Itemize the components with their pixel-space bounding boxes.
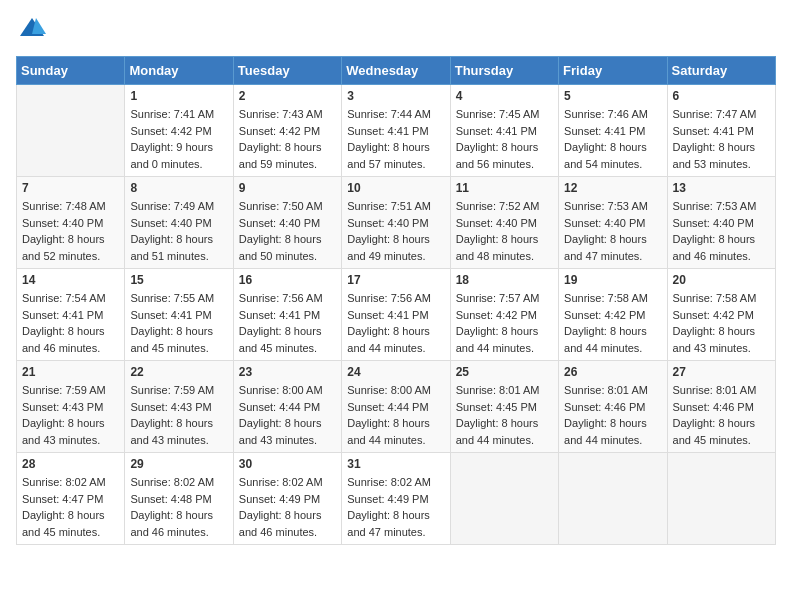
cell-line: Daylight: 8 hours [22,231,119,248]
cell-line: and 53 minutes. [673,156,770,173]
cell-line: Daylight: 8 hours [130,231,227,248]
day-number: 13 [673,181,770,195]
cell-line: and 46 minutes. [130,524,227,541]
cell-line: Sunset: 4:40 PM [130,215,227,232]
cell-line: Sunset: 4:40 PM [673,215,770,232]
day-number: 4 [456,89,553,103]
cell-line: Sunrise: 7:52 AM [456,198,553,215]
cell-line: and 52 minutes. [22,248,119,265]
cell-line: Sunrise: 8:00 AM [347,382,444,399]
svg-marker-1 [32,18,46,34]
cell-line: Sunset: 4:41 PM [347,123,444,140]
cell-line: Sunset: 4:40 PM [456,215,553,232]
calendar-cell: 2Sunrise: 7:43 AMSunset: 4:42 PMDaylight… [233,85,341,177]
weekday-header-row: SundayMondayTuesdayWednesdayThursdayFrid… [17,57,776,85]
calendar-cell [559,453,667,545]
cell-line: Daylight: 8 hours [456,139,553,156]
cell-line: and 45 minutes. [130,340,227,357]
cell-line: Sunset: 4:46 PM [564,399,661,416]
cell-line: and 44 minutes. [456,340,553,357]
cell-line: and 43 minutes. [673,340,770,357]
cell-line: Sunrise: 7:57 AM [456,290,553,307]
calendar-table: SundayMondayTuesdayWednesdayThursdayFrid… [16,56,776,545]
cell-line: and 59 minutes. [239,156,336,173]
cell-line: and 0 minutes. [130,156,227,173]
cell-line: Sunrise: 7:45 AM [456,106,553,123]
cell-line: Daylight: 8 hours [456,415,553,432]
cell-line: Sunrise: 7:41 AM [130,106,227,123]
calendar-cell: 28Sunrise: 8:02 AMSunset: 4:47 PMDayligh… [17,453,125,545]
cell-line: Sunset: 4:43 PM [130,399,227,416]
weekday-header-wednesday: Wednesday [342,57,450,85]
cell-line: Sunset: 4:41 PM [130,307,227,324]
cell-line: Daylight: 9 hours [130,139,227,156]
day-number: 7 [22,181,119,195]
calendar-cell: 26Sunrise: 8:01 AMSunset: 4:46 PMDayligh… [559,361,667,453]
day-number: 22 [130,365,227,379]
day-number: 28 [22,457,119,471]
cell-line: and 46 minutes. [239,524,336,541]
cell-line: Sunset: 4:42 PM [564,307,661,324]
cell-line: and 43 minutes. [130,432,227,449]
cell-line: Sunset: 4:41 PM [239,307,336,324]
cell-line: Sunset: 4:42 PM [130,123,227,140]
day-number: 21 [22,365,119,379]
calendar-cell: 15Sunrise: 7:55 AMSunset: 4:41 PMDayligh… [125,269,233,361]
calendar-week-2: 7Sunrise: 7:48 AMSunset: 4:40 PMDaylight… [17,177,776,269]
cell-line: Sunrise: 7:58 AM [673,290,770,307]
calendar-cell [17,85,125,177]
calendar-cell: 11Sunrise: 7:52 AMSunset: 4:40 PMDayligh… [450,177,558,269]
cell-line: Sunrise: 7:46 AM [564,106,661,123]
calendar-cell: 14Sunrise: 7:54 AMSunset: 4:41 PMDayligh… [17,269,125,361]
cell-line: Daylight: 8 hours [456,323,553,340]
cell-line: Daylight: 8 hours [673,231,770,248]
cell-line: and 57 minutes. [347,156,444,173]
cell-line: Daylight: 8 hours [239,139,336,156]
cell-line: and 45 minutes. [239,340,336,357]
cell-line: Daylight: 8 hours [130,323,227,340]
cell-line: Sunrise: 7:56 AM [347,290,444,307]
calendar-week-1: 1Sunrise: 7:41 AMSunset: 4:42 PMDaylight… [17,85,776,177]
day-number: 18 [456,273,553,287]
weekday-header-sunday: Sunday [17,57,125,85]
cell-line: Daylight: 8 hours [564,231,661,248]
calendar-body: 1Sunrise: 7:41 AMSunset: 4:42 PMDaylight… [17,85,776,545]
calendar-week-5: 28Sunrise: 8:02 AMSunset: 4:47 PMDayligh… [17,453,776,545]
cell-line: and 44 minutes. [347,432,444,449]
cell-line: Daylight: 8 hours [22,323,119,340]
cell-line: Sunrise: 7:43 AM [239,106,336,123]
calendar-cell: 5Sunrise: 7:46 AMSunset: 4:41 PMDaylight… [559,85,667,177]
cell-line: and 46 minutes. [22,340,119,357]
cell-line: and 49 minutes. [347,248,444,265]
calendar-cell: 18Sunrise: 7:57 AMSunset: 4:42 PMDayligh… [450,269,558,361]
cell-line: Sunset: 4:48 PM [130,491,227,508]
cell-line: Sunrise: 8:01 AM [564,382,661,399]
calendar-cell: 13Sunrise: 7:53 AMSunset: 4:40 PMDayligh… [667,177,775,269]
cell-line: Daylight: 8 hours [347,507,444,524]
calendar-cell: 24Sunrise: 8:00 AMSunset: 4:44 PMDayligh… [342,361,450,453]
calendar-week-4: 21Sunrise: 7:59 AMSunset: 4:43 PMDayligh… [17,361,776,453]
calendar-cell: 8Sunrise: 7:49 AMSunset: 4:40 PMDaylight… [125,177,233,269]
cell-line: Sunrise: 8:02 AM [347,474,444,491]
cell-line: Sunset: 4:47 PM [22,491,119,508]
cell-line: Sunrise: 7:56 AM [239,290,336,307]
calendar-cell: 9Sunrise: 7:50 AMSunset: 4:40 PMDaylight… [233,177,341,269]
logo [16,16,46,44]
calendar-cell: 1Sunrise: 7:41 AMSunset: 4:42 PMDaylight… [125,85,233,177]
cell-line: Sunset: 4:41 PM [456,123,553,140]
cell-line: Daylight: 8 hours [130,507,227,524]
calendar-cell: 27Sunrise: 8:01 AMSunset: 4:46 PMDayligh… [667,361,775,453]
cell-line: Sunset: 4:40 PM [564,215,661,232]
cell-line: Sunset: 4:41 PM [22,307,119,324]
calendar-cell: 7Sunrise: 7:48 AMSunset: 4:40 PMDaylight… [17,177,125,269]
cell-line: Sunrise: 7:51 AM [347,198,444,215]
weekday-header-saturday: Saturday [667,57,775,85]
calendar-cell: 23Sunrise: 8:00 AMSunset: 4:44 PMDayligh… [233,361,341,453]
day-number: 24 [347,365,444,379]
cell-line: and 43 minutes. [22,432,119,449]
cell-line: Daylight: 8 hours [673,323,770,340]
calendar-cell: 31Sunrise: 8:02 AMSunset: 4:49 PMDayligh… [342,453,450,545]
calendar-cell: 21Sunrise: 7:59 AMSunset: 4:43 PMDayligh… [17,361,125,453]
day-number: 17 [347,273,444,287]
cell-line: Sunrise: 7:44 AM [347,106,444,123]
